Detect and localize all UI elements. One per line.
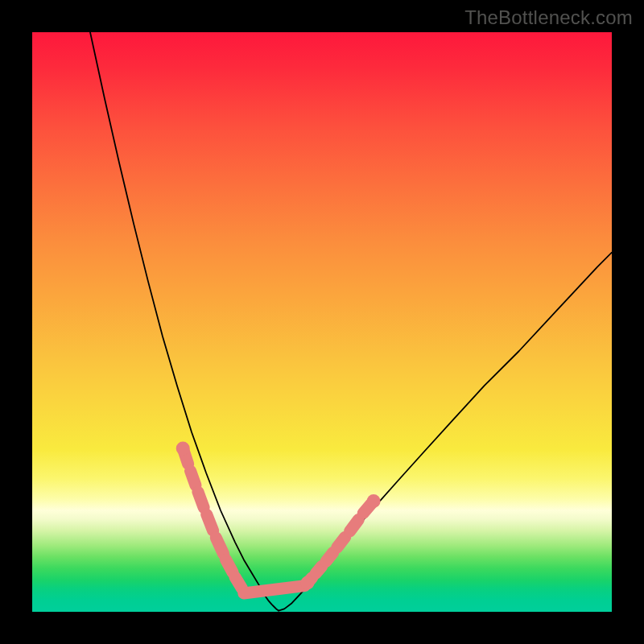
svg-point-1 <box>301 576 315 590</box>
chart-frame: TheBottleneck.com <box>0 0 644 644</box>
left-curve <box>90 32 279 611</box>
curves-svg <box>32 32 612 612</box>
pink-overlay <box>176 441 381 593</box>
watermark-text: TheBottleneck.com <box>464 6 633 29</box>
svg-point-0 <box>176 441 190 455</box>
plot-area <box>32 32 612 612</box>
svg-point-2 <box>367 494 381 508</box>
